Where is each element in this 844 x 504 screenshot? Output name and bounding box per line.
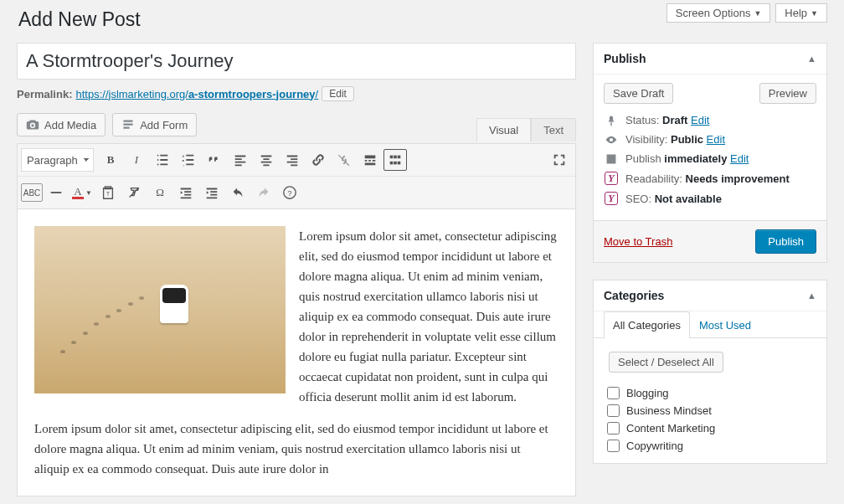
yoast-seo-icon: Y	[604, 192, 619, 205]
format-select[interactable]: Paragraph	[21, 148, 94, 172]
category-checkbox[interactable]	[607, 440, 620, 452]
tab-most-used[interactable]: Most Used	[690, 311, 760, 338]
strikethrough-button[interactable]: ABC	[21, 183, 43, 202]
categories-panel: Categories ▲ All Categories Most Used Se…	[593, 280, 827, 464]
numbered-list-button[interactable]	[176, 147, 201, 172]
save-draft-button[interactable]: Save Draft	[604, 83, 673, 104]
status-edit-link[interactable]: Edit	[691, 114, 709, 126]
tab-visual[interactable]: Visual	[476, 118, 531, 141]
category-item[interactable]: Content Marketing	[607, 419, 816, 437]
pin-icon	[604, 115, 619, 126]
clear-formatting-button[interactable]	[121, 180, 147, 205]
add-media-button[interactable]: Add Media	[17, 113, 106, 136]
permalink-row: Permalink: https://jslmarketing.org/a-st…	[17, 86, 576, 101]
permalink-label: Permalink:	[17, 88, 72, 100]
svg-rect-5	[398, 162, 401, 165]
editor-content[interactable]: Lorem ipsum dolor sit amet, consectetur …	[17, 209, 576, 496]
publish-button[interactable]: Publish	[755, 229, 816, 254]
select-deselect-all-button[interactable]: Select / Deselect All	[609, 352, 723, 373]
camera-icon	[26, 118, 39, 131]
schedule-edit-link[interactable]: Edit	[730, 152, 749, 165]
category-checkbox[interactable]	[607, 422, 620, 435]
category-checkbox[interactable]	[607, 404, 620, 417]
publish-title: Publish	[604, 52, 646, 65]
chevron-down-icon: ▼	[811, 9, 818, 18]
calendar-icon	[604, 153, 619, 165]
svg-rect-3	[390, 162, 394, 165]
bold-button[interactable]: B	[98, 147, 123, 172]
text-color-button[interactable]: A▼	[69, 180, 95, 205]
permalink-link[interactable]: https://jslmarketing.org/a-stormtroopers…	[75, 88, 318, 100]
align-left-button[interactable]	[228, 147, 253, 172]
category-label: Blogging	[626, 387, 669, 399]
tab-all-categories[interactable]: All Categories	[604, 311, 690, 338]
move-to-trash-link[interactable]: Move to Trash	[604, 235, 672, 248]
add-form-button[interactable]: Add Form	[112, 113, 197, 136]
tab-text[interactable]: Text	[531, 118, 576, 141]
eye-icon	[604, 134, 619, 146]
italic-button[interactable]: I	[124, 147, 149, 172]
special-char-button[interactable]: Ω	[147, 180, 172, 205]
permalink-edit-button[interactable]: Edit	[322, 86, 354, 101]
post-image[interactable]	[34, 226, 286, 393]
svg-rect-2	[398, 156, 401, 159]
publish-panel: Publish ▲ Save Draft Preview Status: Dra…	[593, 43, 827, 263]
panel-toggle-icon[interactable]: ▲	[807, 54, 816, 64]
svg-text:?: ?	[287, 189, 291, 198]
link-button[interactable]	[306, 147, 331, 172]
svg-rect-4	[394, 162, 397, 165]
preview-button[interactable]: Preview	[759, 83, 816, 104]
svg-rect-6	[51, 192, 62, 193]
category-label: Content Marketing	[626, 422, 715, 435]
category-item[interactable]: Copywriting	[607, 437, 816, 455]
keyboard-help-button[interactable]: ?	[277, 180, 302, 205]
editor-paragraph: Lorem ipsum dolor sit amet, consectetur …	[34, 419, 558, 479]
visibility-edit-link[interactable]: Edit	[707, 133, 725, 146]
svg-rect-1	[394, 156, 397, 159]
svg-text:T: T	[106, 190, 111, 198]
panel-toggle-icon[interactable]: ▲	[807, 291, 816, 301]
insert-more-button[interactable]	[358, 147, 383, 172]
category-label: Business Mindset	[626, 404, 712, 417]
post-title-input[interactable]	[17, 43, 576, 80]
category-item[interactable]: Blogging	[607, 384, 816, 402]
toolbar-toggle-button[interactable]	[383, 149, 407, 171]
outdent-button[interactable]	[173, 180, 198, 205]
category-label: Copywriting	[626, 440, 683, 452]
blockquote-button[interactable]	[202, 147, 227, 172]
svg-rect-0	[390, 156, 394, 159]
align-center-button[interactable]	[254, 147, 279, 172]
chevron-down-icon: ▼	[754, 9, 761, 18]
categories-title: Categories	[604, 289, 664, 302]
redo-button[interactable]	[251, 180, 276, 205]
align-right-button[interactable]	[280, 147, 305, 172]
screen-options-button[interactable]: Screen Options▼	[666, 3, 771, 23]
unlink-button[interactable]	[332, 147, 357, 172]
fullscreen-button[interactable]	[547, 147, 572, 172]
form-icon	[121, 118, 135, 131]
undo-button[interactable]	[225, 180, 250, 205]
indent-button[interactable]	[199, 180, 224, 205]
help-button[interactable]: Help▼	[775, 3, 827, 23]
bullet-list-button[interactable]	[150, 147, 175, 172]
category-item[interactable]: Business Mindset	[607, 402, 816, 419]
yoast-readability-icon: Y	[604, 172, 619, 185]
hr-button[interactable]	[44, 180, 69, 205]
paste-text-button[interactable]: T	[95, 180, 121, 205]
category-checkbox[interactable]	[607, 387, 620, 399]
editor-toolbar: Paragraph B I	[17, 143, 576, 209]
